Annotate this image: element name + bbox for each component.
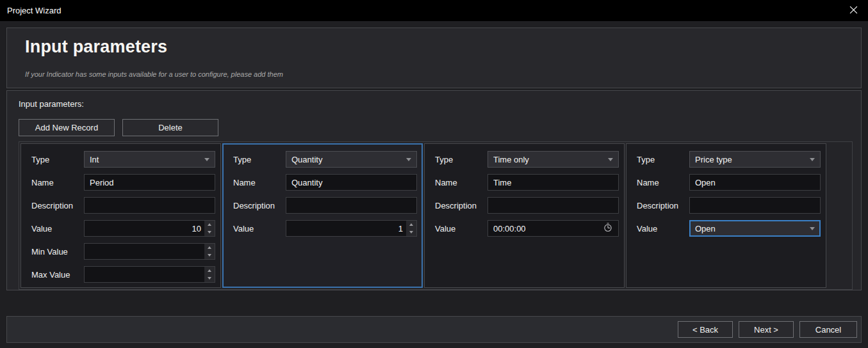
number-field[interactable] (85, 244, 204, 259)
number-spinner (204, 267, 215, 282)
chevron-down-icon (810, 227, 815, 230)
number-field[interactable] (286, 221, 406, 236)
number-field[interactable] (85, 267, 204, 282)
close-button[interactable] (841, 0, 865, 21)
field-row: Type Quantity (233, 151, 417, 168)
spin-up-button[interactable] (204, 221, 215, 228)
field-row: Description (31, 197, 215, 214)
spin-down-button[interactable] (406, 228, 416, 236)
type-dropdown[interactable]: Quantity (286, 151, 417, 168)
add-new-record-button[interactable]: Add New Record (19, 119, 115, 136)
number-field[interactable] (85, 221, 204, 236)
field-row: Name (435, 174, 619, 191)
close-icon (849, 5, 858, 17)
cancel-button[interactable]: Cancel (799, 321, 857, 338)
field-label: Type (637, 155, 689, 164)
chevron-down-icon (810, 158, 815, 161)
field-row: Name (31, 174, 215, 191)
page-title: Input parameters (25, 37, 167, 57)
spin-up-button[interactable] (406, 221, 416, 228)
clock-icon[interactable] (603, 222, 613, 235)
time-field[interactable] (493, 224, 603, 233)
field-label: Description (233, 201, 286, 210)
field-row: Value (435, 220, 619, 237)
spin-up-button[interactable] (204, 267, 215, 274)
content-panel: Input parameters: Add New Record Delete … (6, 90, 862, 290)
field-label: Min Value (31, 247, 84, 257)
value-dropdown[interactable]: Open (689, 220, 821, 237)
record-card-time[interactable]: Type Time only Name Description Value (424, 143, 625, 288)
dropdown-value: Int (90, 155, 204, 164)
spin-down-button[interactable] (204, 228, 215, 236)
description-input[interactable] (286, 197, 417, 214)
field-row: Max Value (31, 266, 215, 283)
field-row: Value (31, 220, 215, 237)
name-input[interactable] (487, 174, 619, 191)
spin-up-icon (409, 223, 413, 226)
value-time-input[interactable] (487, 220, 619, 237)
field-label: Name (637, 178, 689, 187)
field-label: Type (31, 155, 84, 164)
back-button[interactable]: < Back (678, 321, 733, 338)
field-label: Value (435, 224, 487, 233)
min-value-number-input[interactable] (84, 243, 215, 260)
spin-down-icon (208, 277, 211, 280)
spin-up-icon (208, 269, 211, 272)
description-input[interactable] (487, 197, 619, 214)
spin-down-button[interactable] (204, 251, 215, 259)
chevron-down-icon (406, 158, 411, 161)
field-label: Description (637, 201, 689, 210)
spin-down-button[interactable] (204, 274, 215, 282)
field-label: Max Value (31, 270, 84, 280)
field-label: Value (233, 224, 286, 233)
dropdown-value: Open (695, 224, 810, 233)
name-input[interactable] (84, 174, 215, 191)
type-dropdown[interactable]: Time only (487, 151, 619, 168)
chevron-down-icon (204, 158, 209, 161)
spin-down-icon (208, 254, 211, 257)
field-row: Name (233, 174, 417, 191)
dropdown-value: Price type (695, 155, 810, 164)
description-input[interactable] (689, 197, 821, 214)
field-label: Type (435, 155, 487, 164)
field-row: Value Open (637, 220, 821, 237)
record-card-quantity[interactable]: Type Quantity Name Description Value (222, 143, 423, 288)
chevron-down-icon (608, 158, 613, 161)
field-row: Description (637, 197, 821, 214)
field-label: Name (233, 178, 286, 187)
field-row: Min Value (31, 243, 215, 260)
name-input[interactable] (689, 174, 821, 191)
next-button[interactable]: Next > (739, 321, 794, 338)
name-input[interactable] (286, 174, 417, 191)
dropdown-value: Quantity (291, 155, 406, 164)
record-card-price-type[interactable]: Type Price type Name Description Value O… (626, 143, 826, 288)
record-card-period[interactable]: Type Int Name Description Value (20, 143, 221, 288)
field-label: Description (435, 201, 487, 210)
field-row: Value (233, 220, 417, 237)
max-value-number-input[interactable] (84, 266, 215, 283)
spin-down-icon (409, 231, 413, 233)
number-spinner (406, 221, 416, 236)
field-label: Type (233, 155, 286, 164)
field-label: Value (637, 224, 689, 233)
value-number-input[interactable] (286, 220, 417, 237)
page-subtitle: If your Indicator has some inputs availa… (25, 70, 283, 78)
spin-up-button[interactable] (204, 244, 215, 251)
dropdown-value: Time only (493, 155, 608, 164)
type-dropdown[interactable]: Int (84, 151, 215, 168)
field-label: Name (435, 178, 487, 187)
input-parameters-label: Input parameters: (19, 99, 84, 109)
type-dropdown[interactable]: Price type (689, 151, 821, 168)
delete-button[interactable]: Delete (122, 119, 218, 136)
field-label: Description (31, 201, 84, 210)
titlebar: Project Wizard (0, 0, 868, 21)
description-input[interactable] (84, 197, 215, 214)
field-row: Type Price type (637, 151, 821, 168)
field-label: Name (31, 178, 84, 187)
value-number-input[interactable] (84, 220, 215, 237)
spin-up-icon (208, 223, 211, 226)
field-row: Type Int (31, 151, 215, 168)
field-row: Description (435, 197, 619, 214)
records-list: Type Int Name Description Value (19, 141, 853, 290)
field-row: Description (233, 197, 417, 214)
